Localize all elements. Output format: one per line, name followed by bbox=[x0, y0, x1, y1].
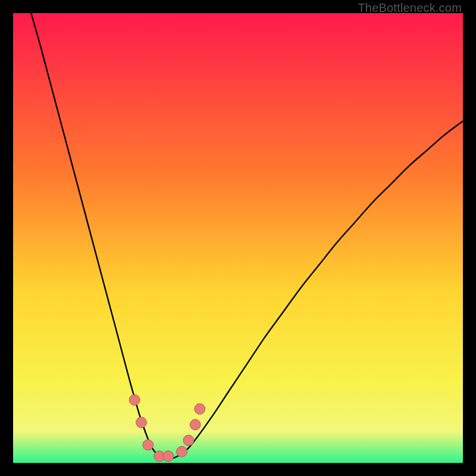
data-marker bbox=[183, 435, 194, 446]
data-marker bbox=[129, 394, 140, 405]
chart-frame: TheBottleneck.com bbox=[13, 0, 463, 463]
gradient-background bbox=[13, 13, 463, 463]
bottleneck-chart bbox=[13, 13, 463, 463]
data-marker bbox=[190, 419, 201, 430]
data-marker bbox=[163, 451, 174, 462]
data-marker bbox=[177, 446, 187, 457]
plot-area bbox=[13, 13, 463, 463]
data-marker bbox=[136, 417, 146, 428]
data-marker bbox=[195, 403, 205, 414]
data-marker bbox=[143, 440, 154, 450]
